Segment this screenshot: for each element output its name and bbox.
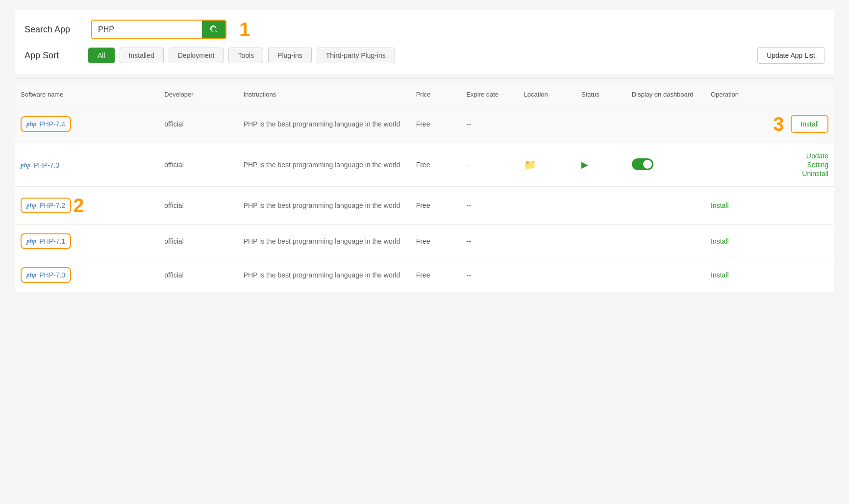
instructions-text: PHP is the best programming language in … xyxy=(244,271,400,279)
play-icon[interactable]: ▶ xyxy=(581,160,588,170)
search-input[interactable] xyxy=(92,21,202,38)
install-link-php70[interactable]: Install xyxy=(711,271,729,279)
app-table: Software name Developer Instructions Pri… xyxy=(15,84,834,292)
table-row: php PHP-7.3 official PHP is the best pro… xyxy=(15,143,834,187)
annotation-1: 1 xyxy=(239,20,250,39)
software-name-text: PHP-7.4 xyxy=(39,120,65,128)
display-cell-php71 xyxy=(626,225,705,258)
software-name-cell-php74: php PHP-7.4 xyxy=(15,105,158,143)
developer-cell-php73: official xyxy=(158,143,237,187)
operation-cell-php73: Update Setting Uninstall xyxy=(705,143,834,187)
col-header-price: Price xyxy=(410,84,461,105)
expire-cell-php72: -- xyxy=(460,187,518,225)
operation-cell-php71: Install xyxy=(705,225,834,258)
folder-icon[interactable]: 📁 xyxy=(524,159,536,170)
software-name-text: PHP-7.0 xyxy=(39,271,65,279)
table-header-row: Software name Developer Instructions Pri… xyxy=(15,84,834,105)
instructions-text: PHP is the best programming language in … xyxy=(244,161,400,169)
action-links: Update Setting Uninstall xyxy=(711,152,828,177)
instructions-text: PHP is the best programming language in … xyxy=(244,120,400,128)
page-wrapper: Search App 1 App Sort All Installed Depl… xyxy=(0,0,849,504)
install-link-php72[interactable]: Install xyxy=(711,202,729,209)
update-link[interactable]: Update xyxy=(806,152,828,160)
sort-thirdparty-button[interactable]: Third-party Plug-ins xyxy=(317,48,395,63)
col-header-instructions: Instructions xyxy=(238,84,410,105)
expire-cell-php71: -- xyxy=(460,225,518,258)
instructions-cell-php74: PHP is the best programming language in … xyxy=(238,105,410,143)
developer-cell-php70: official xyxy=(158,258,237,292)
table-row: php PHP-7.4 official PHP is the best pro… xyxy=(15,105,834,143)
search-button[interactable] xyxy=(202,21,225,38)
display-cell-php73[interactable] xyxy=(626,143,705,187)
col-header-software: Software name xyxy=(15,84,158,105)
display-cell-php74 xyxy=(626,105,705,143)
sort-deployment-button[interactable]: Deployment xyxy=(169,48,224,63)
update-app-list-button[interactable]: Update App List xyxy=(757,47,824,64)
col-header-operation: Operation xyxy=(705,84,834,105)
location-cell-php73[interactable]: 📁 xyxy=(518,143,575,187)
search-box xyxy=(91,20,226,39)
developer-cell-php71: official xyxy=(158,225,237,258)
table-row: php PHP-7.1 official PHP is the best pro… xyxy=(15,225,834,258)
search-label: Search App xyxy=(25,25,83,35)
toggle-on[interactable] xyxy=(632,158,653,170)
top-section: Search App 1 App Sort All Installed Depl… xyxy=(15,10,834,74)
divider xyxy=(15,78,834,79)
display-cell-php72 xyxy=(626,187,705,225)
display-cell-php70 xyxy=(626,258,705,292)
install-button-php74[interactable]: Install xyxy=(791,115,828,133)
php-icon: php xyxy=(26,202,36,209)
instructions-cell-php73: PHP is the best programming language in … xyxy=(238,143,410,187)
table-row: php PHP-7.0 official PHP is the best pro… xyxy=(15,258,834,292)
col-header-location: Location xyxy=(518,84,575,105)
sort-label: App Sort xyxy=(25,50,83,61)
location-cell-php72 xyxy=(518,187,575,225)
location-cell-php70 xyxy=(518,258,575,292)
location-cell-php71 xyxy=(518,225,575,258)
sort-installed-button[interactable]: Installed xyxy=(120,48,164,63)
status-cell-php74 xyxy=(575,105,626,143)
php-icon: php xyxy=(26,120,36,128)
status-cell-php70 xyxy=(575,258,626,292)
col-header-display: Display on dashboard xyxy=(626,84,705,105)
sort-plugins-button[interactable]: Plug-ins xyxy=(268,48,312,63)
instructions-cell-php71: PHP is the best programming language in … xyxy=(238,225,410,258)
instructions-cell-php72: PHP is the best programming language in … xyxy=(238,187,410,225)
software-name-text: PHP-7.2 xyxy=(39,202,65,209)
status-cell-php71 xyxy=(575,225,626,258)
expire-cell-php74: -- xyxy=(460,105,518,143)
table-section: Software name Developer Instructions Pri… xyxy=(15,84,834,292)
table-row: php PHP-7.2 2 official PHP is the best p… xyxy=(15,187,834,225)
software-name-cell-php70: php PHP-7.0 xyxy=(15,258,158,292)
operation-cell-php70: Install xyxy=(705,258,834,292)
php-icon: php xyxy=(21,161,30,169)
price-cell-php74: Free xyxy=(410,105,461,143)
software-name-cell-php72: php PHP-7.2 2 xyxy=(15,187,158,225)
sort-all-button[interactable]: All xyxy=(88,48,115,63)
uninstall-link[interactable]: Uninstall xyxy=(802,170,828,177)
price-cell-php73: Free xyxy=(410,143,461,187)
status-cell-php73[interactable]: ▶ xyxy=(575,143,626,187)
instructions-text: PHP is the best programming language in … xyxy=(244,202,400,209)
php-icon: php xyxy=(26,237,36,245)
software-name-cell-php73: php PHP-7.3 xyxy=(15,143,158,187)
sort-tools-button[interactable]: Tools xyxy=(228,48,263,63)
developer-cell-php72: official xyxy=(158,187,237,225)
search-row: Search App 1 xyxy=(25,20,824,39)
instructions-text: PHP is the best programming language in … xyxy=(244,237,400,245)
price-cell-php71: Free xyxy=(410,225,461,258)
price-cell-php72: Free xyxy=(410,187,461,225)
col-header-developer: Developer xyxy=(158,84,237,105)
php-icon: php xyxy=(26,271,36,279)
software-name-cell-php71: php PHP-7.1 xyxy=(15,225,158,258)
install-link-php71[interactable]: Install xyxy=(711,237,729,245)
instructions-cell-php70: PHP is the best programming language in … xyxy=(238,258,410,292)
sort-row: App Sort All Installed Deployment Tools … xyxy=(25,47,824,69)
expire-cell-php70: -- xyxy=(460,258,518,292)
operation-cell-php74: 3 Install xyxy=(705,105,834,143)
annotation-2: 2 xyxy=(73,196,84,215)
developer-cell-php74: official xyxy=(158,105,237,143)
col-header-status: Status xyxy=(575,84,626,105)
operation-cell-php72: Install xyxy=(705,187,834,225)
setting-link[interactable]: Setting xyxy=(807,161,828,169)
